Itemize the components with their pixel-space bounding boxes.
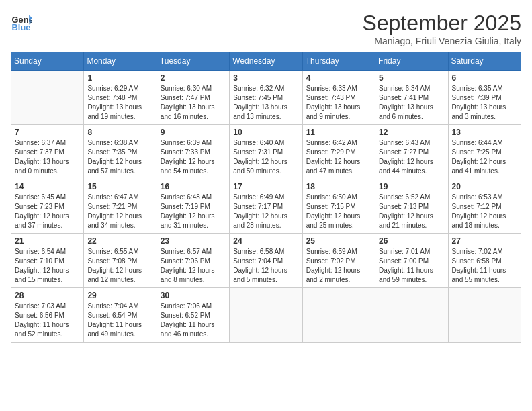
title-section: September 2025 Maniago, Friuli Venezia G… — [362, 11, 521, 46]
day-header-wednesday: Wednesday — [230, 52, 302, 71]
day-number: 8 — [87, 128, 152, 137]
day-number: 7 — [15, 128, 80, 137]
calendar-cell: 17Sunrise: 6:49 AMSunset: 7:17 PMDayligh… — [230, 179, 302, 234]
day-info: Sunrise: 6:34 AMSunset: 7:41 PMDaylight:… — [379, 84, 444, 122]
day-number: 10 — [233, 128, 298, 137]
day-number: 5 — [379, 73, 444, 83]
day-number: 23 — [161, 236, 226, 246]
day-header-sunday: Sunday — [11, 52, 84, 71]
day-info: Sunrise: 6:42 AMSunset: 7:29 PMDaylight:… — [306, 138, 371, 176]
calendar-cell: 21Sunrise: 6:54 AMSunset: 7:10 PMDayligh… — [11, 234, 84, 288]
day-info: Sunrise: 6:50 AMSunset: 7:15 PMDaylight:… — [306, 193, 371, 230]
day-number: 27 — [452, 236, 517, 246]
day-header-saturday: Saturday — [448, 52, 521, 71]
calendar-cell: 16Sunrise: 6:48 AMSunset: 7:19 PMDayligh… — [157, 179, 229, 234]
day-number: 3 — [233, 73, 298, 83]
day-number: 26 — [379, 236, 444, 246]
calendar-cell: 26Sunrise: 7:01 AMSunset: 7:00 PMDayligh… — [375, 234, 448, 288]
day-number: 2 — [161, 73, 226, 83]
month-title: September 2025 — [362, 11, 521, 36]
day-info: Sunrise: 6:54 AMSunset: 7:10 PMDaylight:… — [15, 247, 80, 285]
day-number: 17 — [233, 182, 298, 191]
calendar-cell — [230, 288, 302, 342]
calendar-cell: 2Sunrise: 6:30 AMSunset: 7:47 PMDaylight… — [157, 71, 229, 125]
day-info: Sunrise: 6:47 AMSunset: 7:21 PMDaylight:… — [87, 193, 152, 230]
calendar-cell: 24Sunrise: 6:58 AMSunset: 7:04 PMDayligh… — [230, 234, 302, 288]
svg-text:Blue: Blue — [12, 22, 31, 32]
calendar-cell: 6Sunrise: 6:35 AMSunset: 7:39 PMDaylight… — [448, 71, 521, 125]
logo-icon: General Blue — [11, 11, 32, 32]
day-info: Sunrise: 7:01 AMSunset: 7:00 PMDaylight:… — [379, 247, 444, 285]
day-number: 18 — [306, 182, 371, 191]
calendar-cell: 15Sunrise: 6:47 AMSunset: 7:21 PMDayligh… — [84, 179, 157, 234]
calendar-cell: 12Sunrise: 6:43 AMSunset: 7:27 PMDayligh… — [375, 125, 448, 179]
calendar-cell: 29Sunrise: 7:04 AMSunset: 6:54 PMDayligh… — [84, 288, 157, 342]
calendar-cell — [448, 288, 521, 342]
page-header: General Blue September 2025 Maniago, Fri… — [11, 11, 521, 46]
day-header-thursday: Thursday — [302, 52, 375, 71]
day-info: Sunrise: 6:43 AMSunset: 7:27 PMDaylight:… — [379, 138, 444, 176]
day-info: Sunrise: 6:35 AMSunset: 7:39 PMDaylight:… — [452, 84, 517, 122]
logo: General Blue — [11, 11, 32, 32]
day-info: Sunrise: 6:30 AMSunset: 7:47 PMDaylight:… — [161, 84, 226, 122]
day-number: 1 — [87, 73, 152, 83]
day-number: 9 — [161, 128, 226, 137]
day-number: 21 — [15, 236, 80, 246]
day-info: Sunrise: 6:44 AMSunset: 7:25 PMDaylight:… — [452, 138, 517, 176]
calendar-cell — [375, 288, 448, 342]
calendar-cell: 22Sunrise: 6:55 AMSunset: 7:08 PMDayligh… — [84, 234, 157, 288]
calendar-cell: 14Sunrise: 6:45 AMSunset: 7:23 PMDayligh… — [11, 179, 84, 234]
day-number: 6 — [452, 73, 517, 83]
calendar-cell: 13Sunrise: 6:44 AMSunset: 7:25 PMDayligh… — [448, 125, 521, 179]
day-info: Sunrise: 6:39 AMSunset: 7:33 PMDaylight:… — [161, 138, 226, 176]
day-info: Sunrise: 7:04 AMSunset: 6:54 PMDaylight:… — [87, 302, 152, 339]
calendar-cell: 27Sunrise: 7:02 AMSunset: 6:58 PMDayligh… — [448, 234, 521, 288]
day-info: Sunrise: 6:59 AMSunset: 7:02 PMDaylight:… — [306, 247, 371, 285]
day-header-friday: Friday — [375, 52, 448, 71]
calendar-cell: 8Sunrise: 6:38 AMSunset: 7:35 PMDaylight… — [84, 125, 157, 179]
calendar-cell: 20Sunrise: 6:53 AMSunset: 7:12 PMDayligh… — [448, 179, 521, 234]
calendar-cell: 7Sunrise: 6:37 AMSunset: 7:37 PMDaylight… — [11, 125, 84, 179]
calendar-cell — [11, 71, 84, 125]
day-info: Sunrise: 6:52 AMSunset: 7:13 PMDaylight:… — [379, 193, 444, 230]
calendar-cell: 25Sunrise: 6:59 AMSunset: 7:02 PMDayligh… — [302, 234, 375, 288]
day-info: Sunrise: 6:33 AMSunset: 7:43 PMDaylight:… — [306, 84, 371, 122]
day-info: Sunrise: 7:03 AMSunset: 6:56 PMDaylight:… — [15, 302, 80, 339]
calendar-table: SundayMondayTuesdayWednesdayThursdayFrid… — [11, 52, 521, 342]
day-info: Sunrise: 6:40 AMSunset: 7:31 PMDaylight:… — [233, 138, 298, 176]
day-number: 30 — [161, 291, 226, 300]
day-number: 19 — [379, 182, 444, 191]
day-number: 20 — [452, 182, 517, 191]
day-number: 11 — [306, 128, 371, 137]
day-number: 4 — [306, 73, 371, 83]
day-number: 28 — [15, 291, 80, 300]
calendar-cell: 5Sunrise: 6:34 AMSunset: 7:41 PMDaylight… — [375, 71, 448, 125]
calendar-cell: 4Sunrise: 6:33 AMSunset: 7:43 PMDaylight… — [302, 71, 375, 125]
calendar-cell: 3Sunrise: 6:32 AMSunset: 7:45 PMDaylight… — [230, 71, 302, 125]
day-info: Sunrise: 7:02 AMSunset: 6:58 PMDaylight:… — [452, 247, 517, 285]
location-title: Maniago, Friuli Venezia Giulia, Italy — [362, 36, 521, 46]
day-info: Sunrise: 6:53 AMSunset: 7:12 PMDaylight:… — [452, 193, 517, 230]
calendar-cell: 1Sunrise: 6:29 AMSunset: 7:48 PMDaylight… — [84, 71, 157, 125]
calendar-cell: 18Sunrise: 6:50 AMSunset: 7:15 PMDayligh… — [302, 179, 375, 234]
day-info: Sunrise: 6:45 AMSunset: 7:23 PMDaylight:… — [15, 193, 80, 230]
day-number: 22 — [87, 236, 152, 246]
calendar-cell — [302, 288, 375, 342]
calendar-cell: 30Sunrise: 7:06 AMSunset: 6:52 PMDayligh… — [157, 288, 229, 342]
calendar-cell: 23Sunrise: 6:57 AMSunset: 7:06 PMDayligh… — [157, 234, 229, 288]
day-number: 13 — [452, 128, 517, 137]
calendar-cell: 11Sunrise: 6:42 AMSunset: 7:29 PMDayligh… — [302, 125, 375, 179]
day-header-tuesday: Tuesday — [157, 52, 229, 71]
day-number: 16 — [161, 182, 226, 191]
day-info: Sunrise: 6:38 AMSunset: 7:35 PMDaylight:… — [87, 138, 152, 176]
calendar-cell: 19Sunrise: 6:52 AMSunset: 7:13 PMDayligh… — [375, 179, 448, 234]
day-info: Sunrise: 6:58 AMSunset: 7:04 PMDaylight:… — [233, 247, 298, 285]
day-info: Sunrise: 6:48 AMSunset: 7:19 PMDaylight:… — [161, 193, 226, 230]
calendar-cell: 10Sunrise: 6:40 AMSunset: 7:31 PMDayligh… — [230, 125, 302, 179]
day-number: 29 — [87, 291, 152, 300]
day-number: 24 — [233, 236, 298, 246]
day-number: 25 — [306, 236, 371, 246]
day-info: Sunrise: 6:55 AMSunset: 7:08 PMDaylight:… — [87, 247, 152, 285]
day-info: Sunrise: 7:06 AMSunset: 6:52 PMDaylight:… — [161, 302, 226, 339]
day-info: Sunrise: 6:32 AMSunset: 7:45 PMDaylight:… — [233, 84, 298, 122]
